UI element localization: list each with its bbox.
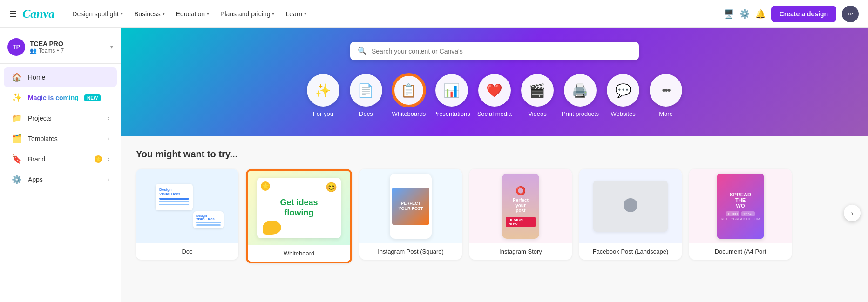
category-websites[interactable]: 💬 Websites [604, 74, 642, 117]
category-label: For you [313, 110, 333, 117]
chevron-icon: ▾ [207, 11, 209, 16]
logo[interactable]: Canva [22, 7, 54, 21]
category-more[interactable]: ••• More [647, 74, 685, 117]
bell-icon[interactable]: 🔔 [755, 9, 766, 19]
nav-design-spotlight[interactable]: Design spotlight ▾ [68, 7, 128, 20]
cards-next-button[interactable]: › [844, 204, 861, 221]
sidebar-item-brand[interactable]: 🔖 Brand ⭐ › [4, 149, 117, 169]
brand-badge: ⭐ [95, 155, 102, 163]
print-products-icon: 🖨️ [572, 83, 588, 98]
category-label: Docs [359, 110, 373, 117]
category-label: Websites [610, 110, 635, 117]
chevron-icon: ▾ [163, 11, 165, 16]
sidebar-item-label: Projects [28, 114, 102, 122]
layout: TP TCEA PRO 👥 Teams • 7 ▾ 🏠 Home ✨ Magic… [0, 28, 868, 302]
doc-mock-secondary: DesignVisual Docs [193, 211, 224, 228]
search-icon: 🔍 [358, 47, 367, 55]
category-for-you[interactable]: ✨ For you [305, 74, 342, 117]
search-input[interactable] [372, 47, 631, 55]
card-facebook-post[interactable]: Facebook Post (Landscape) [579, 169, 682, 260]
card-document-a4[interactable]: SPREADTHEWO 10,000 12,578 REALLYGREATSIT… [689, 169, 792, 260]
nav-plans-pricing[interactable]: Plans and pricing ▾ [216, 7, 279, 20]
projects-icon: 📁 [11, 113, 22, 123]
sidebar-item-label: Apps [28, 176, 102, 183]
fb-placeholder-icon [624, 198, 637, 212]
card-whiteboard[interactable]: Get ideasflowing 😊 ⭐ Whiteboard [246, 169, 352, 263]
category-whiteboards[interactable]: 📋 Whiteboards [390, 74, 427, 117]
videos-icon: 🎬 [529, 83, 545, 98]
sidebar-item-templates[interactable]: 🗂️ Templates › [4, 129, 117, 148]
fb-mock [593, 181, 668, 232]
docs-circle: 📄 [350, 74, 382, 107]
ig-sq-post: PERFECTYOUR POST [392, 188, 429, 225]
category-docs[interactable]: 📄 Docs [347, 74, 385, 117]
sidebar-user-info: TCEA PRO 👥 Teams • 7 [30, 40, 106, 54]
presentations-icon: 📊 [443, 83, 460, 98]
card-label: Document (A4 Port [689, 243, 792, 260]
magic-icon: ✨ [11, 93, 22, 103]
nav-learn[interactable]: Learn ▾ [281, 7, 311, 20]
doc-a4-stats: 10,000 12,578 [726, 211, 755, 216]
main-content: 🔍 ✨ For you 📄 Docs [121, 28, 868, 302]
sidebar-item-projects[interactable]: 📁 Projects › [4, 108, 117, 128]
sidebar: TP TCEA PRO 👥 Teams • 7 ▾ 🏠 Home ✨ Magic… [0, 28, 121, 302]
brand-icon: 🔖 [11, 154, 22, 164]
category-label: Whiteboards [392, 110, 426, 117]
ig-story-cta: DESIGN NOW [506, 217, 536, 227]
new-badge: NEW [84, 94, 101, 101]
arrow-icon: › [108, 156, 109, 162]
create-design-button[interactable]: Create a design [771, 6, 836, 22]
nav-right: 🖥️ ⚙️ 🔔 Create a design TP [724, 6, 859, 22]
card-doc[interactable]: DesignVisual Docs DesignVisual Docs [136, 169, 238, 260]
whiteboards-icon: 📋 [400, 83, 417, 98]
presentations-circle: 📊 [435, 74, 468, 107]
card-label: Facebook Post (Landscape) [579, 243, 682, 260]
nav-business[interactable]: Business ▾ [129, 7, 170, 20]
cards-row: DesignVisual Docs DesignVisual Docs [136, 169, 853, 263]
card-instagram-square[interactable]: PERFECTYOUR POST Instagram Post (Square) [359, 169, 462, 260]
avatar[interactable]: TP [842, 6, 859, 22]
category-label: Videos [528, 110, 547, 117]
hamburger-icon[interactable]: ☰ [9, 9, 17, 19]
facebook-post-thumb [579, 169, 682, 243]
category-label: Presentations [433, 110, 470, 117]
doc-thumb: DesignVisual Docs DesignVisual Docs [136, 169, 238, 243]
category-label: Print products [562, 110, 599, 117]
monitor-icon[interactable]: 🖥️ [724, 9, 734, 19]
docs-icon: 📄 [358, 83, 374, 98]
sidebar-chevron-icon: ▾ [110, 44, 113, 50]
sidebar-item-apps[interactable]: ⚙️ Apps › [4, 170, 117, 189]
print-products-circle: 🖨️ [564, 74, 597, 107]
nav-education[interactable]: Education ▾ [171, 7, 214, 20]
category-videos[interactable]: 🎬 Videos [519, 74, 556, 117]
doc-a4-mock: SPREADTHEWO 10,000 12,578 REALLYGREATSIT… [717, 174, 764, 239]
doc-mock-primary: DesignVisual Docs [156, 184, 193, 210]
more-icon: ••• [662, 84, 670, 96]
sidebar-item-home[interactable]: 🏠 Home [4, 67, 117, 87]
category-print-products[interactable]: 🖨️ Print products [562, 74, 599, 117]
for-you-icon: ✨ [315, 83, 331, 98]
card-instagram-story[interactable]: ⭕ Perfectyourpost DESIGN NOW Instagram S… [469, 169, 572, 260]
social-media-icon: ❤️ [486, 83, 502, 98]
nav-links: Design spotlight ▾ Business ▾ Education … [68, 7, 719, 20]
sidebar-user-name: TCEA PRO [30, 40, 106, 47]
arrow-icon: › [108, 135, 109, 142]
categories-row: ✨ For you 📄 Docs 📋 Whiteboards [140, 74, 849, 117]
category-social-media[interactable]: ❤️ Social media [476, 74, 513, 117]
category-presentations[interactable]: 📊 Presentations [433, 74, 470, 117]
sidebar-user[interactable]: TP TCEA PRO 👥 Teams • 7 ▾ [0, 34, 121, 64]
card-label: Doc [136, 243, 238, 260]
videos-circle: 🎬 [521, 74, 554, 107]
sidebar-item-magic[interactable]: ✨ Magic is coming NEW [4, 88, 117, 107]
whiteboards-circle: 📋 [393, 74, 425, 107]
settings-icon[interactable]: ⚙️ [739, 9, 750, 19]
wb-sticker: 😊 [326, 181, 337, 193]
social-media-circle: ❤️ [478, 74, 511, 107]
home-icon: 🏠 [11, 72, 22, 82]
chevron-icon: ▾ [304, 11, 306, 16]
ig-story-logo: ⭕ [515, 186, 526, 196]
topnav: ☰ Canva Design spotlight ▾ Business ▾ Ed… [0, 0, 868, 28]
magic-label: Magic is coming [28, 94, 79, 101]
category-label: Social media [477, 110, 512, 117]
sidebar-item-label: Home [28, 74, 109, 81]
